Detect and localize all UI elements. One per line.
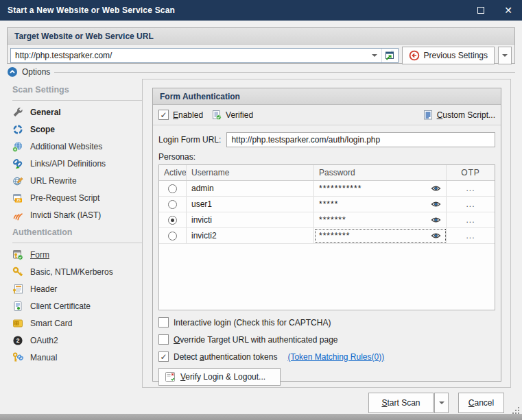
otp-button[interactable]: ... bbox=[447, 228, 495, 243]
show-password-icon[interactable] bbox=[431, 232, 441, 239]
close-icon: ✕ bbox=[504, 5, 512, 15]
username-cell[interactable]: invicti bbox=[187, 212, 314, 227]
sidebar-item-url-rewrite[interactable]: URL Rewrite bbox=[7, 172, 142, 189]
previous-settings-dropdown[interactable] bbox=[498, 47, 512, 64]
verified-indicator[interactable]: Verified bbox=[211, 110, 253, 121]
sidebar-item-label: Links/API Definitions bbox=[30, 159, 106, 169]
shark-waves-icon bbox=[12, 210, 23, 221]
sidebar-item-oauth2[interactable]: 2 OAuth2 bbox=[7, 332, 142, 349]
override-target-checkbox[interactable] bbox=[158, 334, 169, 345]
sidebar-item-smart-card[interactable]: Smart Card bbox=[7, 314, 142, 332]
token-matching-rules-link[interactable]: (Token Matching Rules(0)) bbox=[287, 352, 384, 362]
certificate-icon bbox=[12, 301, 23, 312]
divider bbox=[12, 100, 142, 101]
target-url-combobox[interactable]: http://php.testsparker.com/ bbox=[10, 48, 399, 63]
sidebar-item-label: Manual bbox=[30, 353, 57, 362]
sidebar-item-label: Basic, NTLM/Kerberos bbox=[30, 267, 113, 277]
globe-pencil-icon bbox=[12, 175, 23, 186]
cancel-label: Cancel bbox=[468, 398, 494, 408]
show-password-icon[interactable] bbox=[431, 201, 441, 208]
form-authentication-panel: Form Authentication Enabled Verified bbox=[152, 88, 501, 382]
persona-row: invicti2 ******** ... bbox=[159, 228, 495, 244]
sidebar-item-basic-ntlm[interactable]: Basic, NTLM/Kerberos bbox=[7, 263, 142, 280]
active-radio[interactable] bbox=[168, 232, 177, 240]
enabled-checkbox[interactable] bbox=[158, 110, 169, 120]
interactive-login-label: Interactive login (Check this for CAPTCH… bbox=[174, 318, 331, 328]
otp-button[interactable]: ... bbox=[447, 212, 495, 227]
sidebar-item-links-api[interactable]: Links/API Definitions bbox=[7, 155, 142, 172]
col-header-password: Password bbox=[314, 165, 447, 180]
username-cell[interactable]: invicti2 bbox=[187, 228, 314, 243]
username-cell[interactable]: user1 bbox=[187, 197, 314, 212]
header-key-icon bbox=[12, 284, 23, 295]
sidebar-item-label: Client Certificate bbox=[30, 301, 91, 311]
show-password-icon[interactable] bbox=[431, 185, 441, 192]
sidebar-item-general[interactable]: General bbox=[7, 103, 142, 121]
previous-settings-button[interactable]: Previous Settings bbox=[402, 47, 495, 64]
start-scan-button[interactable]: Start Scan bbox=[368, 393, 434, 413]
custom-script-button[interactable]: Custom Script... bbox=[423, 110, 495, 121]
detect-tokens-checkbox[interactable] bbox=[158, 351, 169, 362]
password-cell[interactable]: ******* bbox=[314, 212, 447, 227]
sidebar-item-form[interactable]: Form bbox=[7, 246, 142, 263]
personas-table-empty-area bbox=[159, 244, 495, 310]
show-password-icon[interactable] bbox=[431, 217, 441, 223]
active-radio[interactable] bbox=[168, 216, 177, 225]
login-form-url-row: Login Form URL: http://php.testsparker.c… bbox=[153, 125, 501, 147]
sidebar-item-pre-request-script[interactable]: JS Pre-Request Script bbox=[7, 189, 142, 206]
globe-plus-icon bbox=[12, 141, 23, 152]
sidebar-item-invicti-shark[interactable]: Invicti Shark (IAST) bbox=[7, 206, 142, 223]
target-url-group-title: Target Website or Web Service URL bbox=[14, 32, 154, 41]
password-cell[interactable]: *********** bbox=[314, 181, 447, 196]
target-url-value[interactable]: http://php.testsparker.com/ bbox=[11, 51, 368, 60]
sidebar-item-manual[interactable]: Manual bbox=[7, 349, 142, 366]
otp-button[interactable]: ... bbox=[447, 181, 495, 196]
sidebar-item-label: Scope bbox=[30, 125, 55, 134]
start-scan-dropdown[interactable] bbox=[434, 393, 449, 413]
sidebar-item-scope[interactable]: Scope bbox=[7, 121, 142, 138]
svg-text:2: 2 bbox=[16, 337, 20, 344]
start-scan-label: Start Scan bbox=[381, 398, 420, 408]
persona-row: admin *********** ... bbox=[159, 181, 495, 197]
scan-settings-section-header: Scan Settings bbox=[7, 81, 142, 99]
browser-launch-icon bbox=[384, 50, 395, 61]
maximize-icon bbox=[477, 7, 484, 14]
persona-row: user1 ***** ... bbox=[159, 197, 495, 212]
options-sidebar: Scan Settings General Scope Additional W… bbox=[7, 81, 142, 366]
interactive-login-checkbox[interactable] bbox=[158, 317, 169, 328]
sidebar-item-header[interactable]: Header bbox=[7, 280, 142, 297]
sidebar-item-additional-websites[interactable]: Additional Websites bbox=[7, 138, 142, 155]
login-form-url-input[interactable]: http://php.testsparker.com/auth/login.ph… bbox=[226, 132, 495, 147]
scope-icon bbox=[12, 124, 23, 135]
cancel-button[interactable]: Cancel bbox=[458, 393, 504, 413]
maximize-button[interactable] bbox=[467, 0, 495, 21]
options-header[interactable]: Options bbox=[7, 66, 515, 78]
verified-label: Verified bbox=[226, 110, 253, 120]
password-cell-focused[interactable]: ******** bbox=[314, 228, 447, 243]
oauth2-icon: 2 bbox=[12, 335, 23, 346]
username-cell[interactable]: admin bbox=[187, 181, 314, 196]
chevron-down-icon[interactable] bbox=[372, 54, 377, 57]
open-in-browser-button[interactable] bbox=[381, 49, 398, 62]
collapse-chevron-icon[interactable] bbox=[7, 66, 18, 77]
active-radio[interactable] bbox=[168, 200, 177, 209]
sidebar-item-label: OAuth2 bbox=[30, 336, 58, 345]
options-divider bbox=[54, 72, 515, 73]
login-form-url-label: Login Form URL: bbox=[158, 135, 221, 145]
enabled-label[interactable]: Enabled bbox=[173, 110, 203, 120]
password-cell[interactable]: ***** bbox=[314, 197, 447, 212]
active-radio[interactable] bbox=[168, 184, 177, 193]
sidebar-item-client-certificate[interactable]: Client Certificate bbox=[7, 297, 142, 314]
close-button[interactable]: ✕ bbox=[495, 0, 522, 21]
resize-grip[interactable] bbox=[511, 406, 519, 414]
dialog-title: Start a New Website or Web Service Scan bbox=[0, 5, 175, 15]
script-js-icon: JS bbox=[12, 193, 23, 203]
chevron-down-icon bbox=[502, 54, 508, 57]
detect-tokens-label: Detect authentication tokens bbox=[174, 352, 277, 362]
verify-login-logout-button[interactable]: Verify Login & Logout... bbox=[158, 368, 281, 386]
link-icon bbox=[12, 158, 23, 169]
verified-icon bbox=[211, 110, 222, 121]
otp-button[interactable]: ... bbox=[447, 197, 495, 212]
title-bar: Start a New Website or Web Service Scan … bbox=[0, 0, 522, 21]
sidebar-item-label: Invicti Shark (IAST) bbox=[30, 210, 101, 220]
